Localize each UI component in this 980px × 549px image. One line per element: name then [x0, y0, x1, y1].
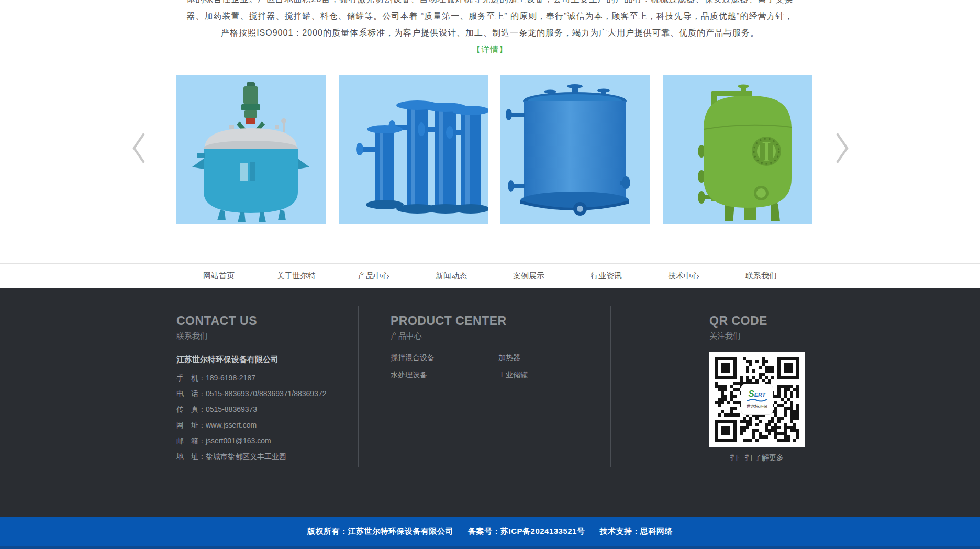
intro-line-1: 体的综合性企业。厂区占地面积20亩，拥有激光切割设备、自动埋弧焊机等先进的加工设… [0, 0, 980, 8]
product-link-heater[interactable]: 加热器 [498, 353, 528, 371]
product-links: 搅拌混合设备 加热器 水处理设备 工业储罐 [391, 353, 528, 388]
contact-email: 邮 箱：jssert001@163.com [176, 433, 326, 449]
pipe-columns-image [339, 75, 488, 224]
contact-title: CONTACT US [176, 314, 326, 328]
contact-mobile: 手 机：189-6198-2187 [176, 370, 326, 386]
icp-text: 备案号：苏ICP备2024133521号 [468, 526, 585, 536]
nav-item-about[interactable]: 关于世尔特 [258, 271, 335, 281]
copyright-text: 版权所有：江苏世尔特环保设备有限公司 [307, 526, 453, 536]
carousel-slides [176, 75, 812, 224]
company-name: 江苏世尔特环保设备有限公司 [176, 354, 326, 365]
footer: CONTACT US 联系我们 江苏世尔特环保设备有限公司 手 机：189-61… [0, 288, 980, 517]
contact-fax: 传 真：0515-88369373 [176, 401, 326, 417]
main-nav: 网站首页 关于世尔特 产品中心 新闻动态 案例展示 行业资讯 技术中心 联系我们 [0, 263, 980, 288]
footer-products-section: PRODUCT CENTER 产品中心 搅拌混合设备 加热器 水处理设备 工业储… [391, 314, 528, 388]
nav-item-contact[interactable]: 联系我们 [722, 271, 800, 281]
nav-item-tech[interactable]: 技术中心 [645, 271, 722, 281]
product-slide-storage-tank[interactable] [500, 75, 650, 224]
nav-item-products[interactable]: 产品中心 [335, 271, 413, 281]
storage-tank-image [500, 75, 650, 224]
qr-subtitle: 关注我们 [709, 331, 805, 341]
nav-item-news[interactable]: 新闻动态 [413, 271, 490, 281]
product-link-tank[interactable]: 工业储罐 [498, 371, 528, 388]
footer-divider-2 [610, 306, 611, 467]
chevron-right-icon [833, 131, 851, 165]
support-text: 技术支持：思科网络 [599, 526, 673, 536]
product-carousel [0, 75, 980, 224]
contact-address: 地 址：盐城市盐都区义丰工业园 [176, 449, 326, 464]
carousel-prev-button[interactable] [130, 131, 148, 165]
products-title: PRODUCT CENTER [391, 314, 528, 328]
product-slide-mechanical-filter[interactable] [663, 75, 812, 224]
company-intro: 体的综合性企业。厂区占地面积20亩，拥有激光切割设备、自动埋弧焊机等先进的加工设… [0, 0, 980, 58]
copyright-bar: 版权所有：江苏世尔特环保设备有限公司 备案号：苏ICP备2024133521号 … [0, 517, 980, 546]
detail-link[interactable]: 【详情】 [472, 41, 508, 58]
contact-subtitle: 联系我们 [176, 331, 326, 341]
footer-contact-section: CONTACT US 联系我们 江苏世尔特环保设备有限公司 手 机：189-61… [176, 314, 326, 464]
contact-lines: 手 机：189-6198-2187 电 话：0515-88369370/8836… [176, 370, 326, 464]
products-subtitle: 产品中心 [391, 331, 528, 341]
intro-detail-row: 【详情】 [0, 41, 980, 58]
product-slide-stirred-reactor[interactable] [176, 75, 326, 224]
carousel-next-button[interactable] [833, 131, 851, 165]
qr-code-image: SERT 世尔特环保 [709, 352, 805, 447]
stirred-reactor-image [176, 75, 326, 224]
nav-item-industry[interactable]: 行业资讯 [567, 271, 645, 281]
qr-center-logo: SERT 世尔特环保 [741, 384, 773, 415]
contact-website: 网 址：www.jssert.com [176, 417, 326, 433]
qr-caption: 扫一扫 了解更多 [709, 453, 805, 463]
page: 体的综合性企业。厂区占地面积20亩，拥有激光切割设备、自动埋弧焊机等先进的加工设… [0, 0, 980, 549]
intro-line-2: 器、加药装置、搅拌器、搅拌罐、料仓、储罐等。公司本着 “质量第一、服务至上” 的… [0, 8, 980, 25]
nav-item-cases[interactable]: 案例展示 [490, 271, 567, 281]
footer-qr-section: QR CODE 关注我们 SERT 世尔特环保 扫一扫 了解更多 [709, 314, 805, 463]
product-slide-pipe-columns[interactable] [339, 75, 488, 224]
logo-wave-icon [747, 398, 767, 402]
contact-phone: 电 话：0515-88369370/88369371/88369372 [176, 386, 326, 401]
nav-item-home[interactable]: 网站首页 [180, 271, 258, 281]
mechanical-filter-image [663, 75, 812, 224]
product-link-water[interactable]: 水处理设备 [391, 371, 498, 388]
bottom-strip [0, 546, 980, 549]
chevron-left-icon [130, 131, 148, 165]
footer-divider-1 [358, 306, 359, 467]
intro-line-3: 严格按照ISO9001：2000的质量体系标准，为客户提供设计、加工、制造一条龙… [0, 25, 980, 41]
qr-logo-subtext: 世尔特环保 [747, 404, 767, 409]
qr-title: QR CODE [709, 314, 805, 328]
product-link-mixing[interactable]: 搅拌混合设备 [391, 353, 498, 371]
